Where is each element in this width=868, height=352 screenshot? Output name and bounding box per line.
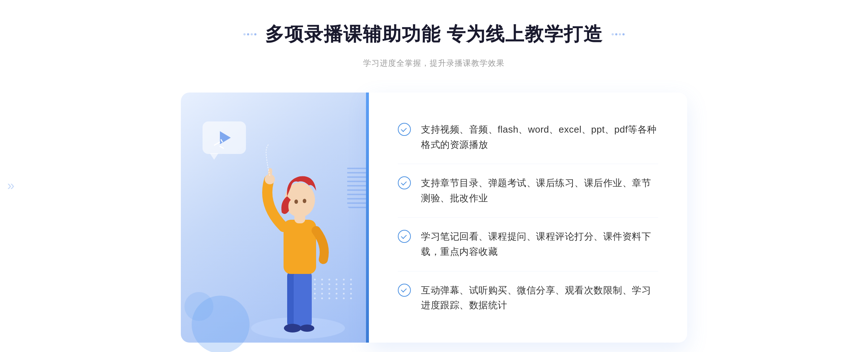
page-wrapper: » 多项录播课辅助功能 专为线上教学打造 学习进度全掌握，提升录播课教学效果 — [0, 0, 868, 352]
side-arrows: » — [7, 179, 14, 192]
check-circle — [398, 230, 411, 243]
svg-point-8 — [294, 199, 298, 204]
svg-point-4 — [300, 325, 314, 332]
illustration-panel: // Will be rendered via CSS grid filled … — [181, 93, 369, 343]
check-icon-2 — [398, 176, 411, 189]
check-icon-3 — [398, 230, 411, 243]
play-bubble — [203, 121, 246, 154]
feature-text-2: 支持章节目录、弹题考试、课后练习、课后作业、章节测验、批改作业 — [421, 176, 658, 206]
check-circle — [398, 123, 411, 136]
svg-rect-2 — [294, 270, 312, 328]
page-subtitle: 学习进度全掌握，提升录播课教学效果 — [363, 58, 505, 69]
feature-text-4: 互动弹幕、试听购买、微信分享、观看次数限制、学习进度跟踪、数据统计 — [421, 283, 658, 313]
svg-point-9 — [303, 199, 306, 203]
header-dot — [254, 33, 256, 35]
feature-text-3: 学习笔记回看、课程提问、课程评论打分、课件资料下载，重点内容收藏 — [421, 229, 658, 259]
page-title: 多项录播课辅助功能 专为线上教学打造 — [265, 22, 603, 47]
header-dot — [622, 33, 625, 35]
header-dot — [251, 33, 253, 35]
feature-item: 互动弹幕、试听购买、微信分享、观看次数限制、学习进度跟踪、数据统计 — [398, 271, 658, 325]
play-icon — [220, 131, 231, 144]
check-icon-1 — [398, 123, 411, 136]
svg-point-3 — [284, 324, 301, 332]
left-chevron-icon: » — [7, 179, 14, 192]
check-circle — [398, 284, 411, 297]
check-icon-4 — [398, 284, 411, 297]
human-figure — [240, 133, 356, 343]
page-header: 多项录播课辅助功能 专为线上教学打造 — [243, 22, 625, 47]
info-panel: 支持视频、音频、flash、word、excel、ppt、pdf等各种格式的资源… — [369, 93, 687, 343]
feature-item: 支持章节目录、弹题考试、课后练习、课后作业、章节测验、批改作业 — [398, 164, 658, 218]
panel-tab — [366, 93, 369, 343]
header-dots-right — [612, 33, 625, 35]
feature-text-1: 支持视频、音频、flash、word、excel、ppt、pdf等各种格式的资源… — [421, 122, 658, 152]
feature-item: 学习笔记回看、课程提问、课程评论打分、课件资料下载，重点内容收藏 — [398, 218, 658, 271]
header-dot — [612, 33, 614, 35]
header-dot — [615, 33, 617, 35]
header-dot — [247, 33, 249, 35]
check-circle — [398, 176, 411, 189]
header-dot — [243, 33, 246, 35]
header-dot — [619, 33, 621, 35]
header-dots-left — [243, 33, 256, 35]
circle-decoration-small — [184, 292, 213, 321]
feature-item: 支持视频、音频、flash、word、excel、ppt、pdf等各种格式的资源… — [398, 111, 658, 164]
content-area: // Will be rendered via CSS grid filled … — [181, 93, 687, 343]
